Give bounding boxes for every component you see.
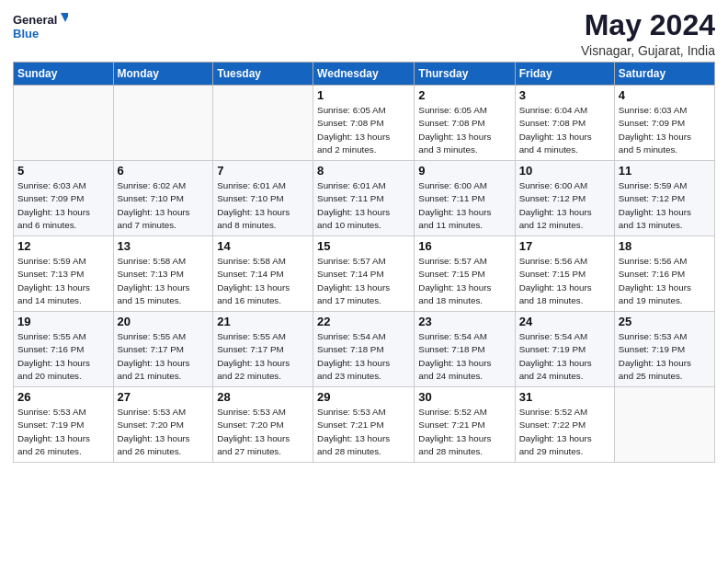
day-number: 30	[418, 390, 510, 404]
day-info: Sunrise: 5:53 AM Sunset: 7:20 PM Dayligh…	[118, 406, 210, 458]
col-saturday: Saturday	[614, 63, 714, 86]
calendar-table: Sunday Monday Tuesday Wednesday Thursday…	[13, 62, 715, 463]
calendar-cell: 15Sunrise: 5:57 AM Sunset: 7:14 PM Dayli…	[313, 236, 415, 312]
day-number: 7	[217, 164, 309, 178]
day-number: 9	[418, 164, 510, 178]
day-number: 3	[519, 88, 610, 102]
day-info: Sunrise: 5:54 AM Sunset: 7:19 PM Dayligh…	[519, 330, 610, 383]
day-info: Sunrise: 6:01 AM Sunset: 7:10 PM Dayligh…	[217, 179, 309, 232]
calendar-cell: 9Sunrise: 6:00 AM Sunset: 7:11 PM Daylig…	[415, 161, 515, 236]
day-info: Sunrise: 6:01 AM Sunset: 7:11 PM Dayligh…	[317, 179, 410, 232]
day-info: Sunrise: 5:55 AM Sunset: 7:17 PM Dayligh…	[217, 330, 309, 383]
calendar-cell: 11Sunrise: 5:59 AM Sunset: 7:12 PM Dayli…	[614, 161, 714, 236]
day-number: 11	[619, 164, 711, 178]
calendar-cell: 6Sunrise: 6:02 AM Sunset: 7:10 PM Daylig…	[113, 161, 213, 236]
calendar-cell: 23Sunrise: 5:54 AM Sunset: 7:18 PM Dayli…	[415, 312, 515, 387]
day-info: Sunrise: 6:03 AM Sunset: 7:09 PM Dayligh…	[619, 104, 711, 156]
calendar-cell	[113, 86, 213, 161]
day-number: 21	[217, 315, 309, 328]
day-number: 13	[118, 239, 210, 253]
day-info: Sunrise: 5:58 AM Sunset: 7:13 PM Dayligh…	[118, 255, 210, 307]
day-number: 15	[317, 239, 410, 253]
day-info: Sunrise: 5:54 AM Sunset: 7:18 PM Dayligh…	[418, 330, 510, 383]
calendar-cell: 2Sunrise: 6:05 AM Sunset: 7:08 PM Daylig…	[415, 86, 515, 161]
day-info: Sunrise: 5:57 AM Sunset: 7:15 PM Dayligh…	[418, 255, 510, 307]
calendar-cell: 14Sunrise: 5:58 AM Sunset: 7:14 PM Dayli…	[213, 236, 313, 312]
col-wednesday: Wednesday	[313, 63, 415, 86]
svg-text:General: General	[13, 13, 57, 27]
calendar-week-3: 12Sunrise: 5:59 AM Sunset: 7:13 PM Dayli…	[14, 236, 715, 312]
day-info: Sunrise: 6:04 AM Sunset: 7:08 PM Dayligh…	[519, 104, 610, 156]
calendar-header-row: Sunday Monday Tuesday Wednesday Thursday…	[14, 63, 715, 86]
calendar-cell: 4Sunrise: 6:03 AM Sunset: 7:09 PM Daylig…	[614, 86, 714, 161]
col-friday: Friday	[515, 63, 614, 86]
day-info: Sunrise: 5:56 AM Sunset: 7:15 PM Dayligh…	[519, 255, 610, 307]
page-subtitle: Visnagar, Gujarat, India	[581, 43, 715, 58]
day-info: Sunrise: 5:52 AM Sunset: 7:21 PM Dayligh…	[418, 406, 510, 458]
calendar-cell: 29Sunrise: 5:53 AM Sunset: 7:21 PM Dayli…	[313, 387, 415, 463]
calendar-cell: 30Sunrise: 5:52 AM Sunset: 7:21 PM Dayli…	[415, 387, 515, 463]
calendar-week-5: 26Sunrise: 5:53 AM Sunset: 7:19 PM Dayli…	[14, 387, 715, 463]
day-number: 4	[619, 88, 711, 102]
day-info: Sunrise: 6:05 AM Sunset: 7:08 PM Dayligh…	[317, 104, 410, 156]
day-number: 6	[118, 164, 210, 178]
calendar-cell: 8Sunrise: 6:01 AM Sunset: 7:11 PM Daylig…	[313, 161, 415, 236]
calendar-cell: 28Sunrise: 5:53 AM Sunset: 7:20 PM Dayli…	[213, 387, 313, 463]
calendar-cell: 12Sunrise: 5:59 AM Sunset: 7:13 PM Dayli…	[14, 236, 114, 312]
calendar-cell: 10Sunrise: 6:00 AM Sunset: 7:12 PM Dayli…	[515, 161, 614, 236]
day-number: 17	[519, 239, 610, 253]
day-number: 5	[17, 164, 109, 178]
calendar-week-4: 19Sunrise: 5:55 AM Sunset: 7:16 PM Dayli…	[14, 312, 715, 387]
day-number: 20	[118, 315, 210, 328]
day-number: 10	[519, 164, 610, 178]
day-info: Sunrise: 5:52 AM Sunset: 7:22 PM Dayligh…	[519, 406, 610, 458]
day-info: Sunrise: 5:54 AM Sunset: 7:18 PM Dayligh…	[317, 330, 410, 383]
calendar-cell: 16Sunrise: 5:57 AM Sunset: 7:15 PM Dayli…	[415, 236, 515, 312]
logo-svg: General Blue	[13, 9, 68, 42]
day-number: 16	[418, 239, 510, 253]
col-sunday: Sunday	[14, 63, 114, 86]
day-info: Sunrise: 6:03 AM Sunset: 7:09 PM Dayligh…	[17, 179, 109, 232]
svg-marker-2	[61, 13, 68, 22]
calendar-cell: 26Sunrise: 5:53 AM Sunset: 7:19 PM Dayli…	[14, 387, 114, 463]
calendar-week-2: 5Sunrise: 6:03 AM Sunset: 7:09 PM Daylig…	[14, 161, 715, 236]
day-info: Sunrise: 6:00 AM Sunset: 7:11 PM Dayligh…	[418, 179, 510, 232]
day-info: Sunrise: 5:57 AM Sunset: 7:14 PM Dayligh…	[317, 255, 410, 307]
calendar-cell	[614, 387, 714, 463]
day-number: 2	[418, 88, 510, 102]
day-info: Sunrise: 5:59 AM Sunset: 7:13 PM Dayligh…	[17, 255, 109, 307]
calendar-cell: 25Sunrise: 5:53 AM Sunset: 7:19 PM Dayli…	[614, 312, 714, 387]
day-number: 22	[317, 315, 410, 328]
col-monday: Monday	[113, 63, 213, 86]
day-number: 25	[619, 315, 711, 328]
calendar-cell: 3Sunrise: 6:04 AM Sunset: 7:08 PM Daylig…	[515, 86, 614, 161]
day-number: 18	[619, 239, 711, 253]
calendar-cell: 13Sunrise: 5:58 AM Sunset: 7:13 PM Dayli…	[113, 236, 213, 312]
calendar-cell: 18Sunrise: 5:56 AM Sunset: 7:16 PM Dayli…	[614, 236, 714, 312]
day-info: Sunrise: 5:53 AM Sunset: 7:20 PM Dayligh…	[217, 406, 309, 458]
calendar-cell: 19Sunrise: 5:55 AM Sunset: 7:16 PM Dayli…	[14, 312, 114, 387]
logo: General Blue	[13, 9, 68, 42]
day-info: Sunrise: 5:53 AM Sunset: 7:19 PM Dayligh…	[17, 406, 109, 458]
calendar-cell: 24Sunrise: 5:54 AM Sunset: 7:19 PM Dayli…	[515, 312, 614, 387]
calendar-cell: 27Sunrise: 5:53 AM Sunset: 7:20 PM Dayli…	[113, 387, 213, 463]
day-number: 1	[317, 88, 410, 102]
day-number: 14	[217, 239, 309, 253]
day-number: 12	[17, 239, 109, 253]
calendar-week-1: 1Sunrise: 6:05 AM Sunset: 7:08 PM Daylig…	[14, 86, 715, 161]
calendar-cell: 17Sunrise: 5:56 AM Sunset: 7:15 PM Dayli…	[515, 236, 614, 312]
day-info: Sunrise: 5:59 AM Sunset: 7:12 PM Dayligh…	[619, 179, 711, 232]
day-number: 26	[17, 390, 109, 404]
calendar-cell	[213, 86, 313, 161]
calendar-cell	[14, 86, 114, 161]
day-info: Sunrise: 5:56 AM Sunset: 7:16 PM Dayligh…	[619, 255, 711, 307]
day-number: 29	[317, 390, 410, 404]
day-info: Sunrise: 5:58 AM Sunset: 7:14 PM Dayligh…	[217, 255, 309, 307]
title-block: May 2024 Visnagar, Gujarat, India	[581, 9, 715, 58]
day-number: 31	[519, 390, 610, 404]
day-number: 23	[418, 315, 510, 328]
page-header: General Blue May 2024 Visnagar, Gujarat,…	[13, 9, 715, 58]
calendar-cell: 7Sunrise: 6:01 AM Sunset: 7:10 PM Daylig…	[213, 161, 313, 236]
day-info: Sunrise: 5:53 AM Sunset: 7:21 PM Dayligh…	[317, 406, 410, 458]
calendar-cell: 22Sunrise: 5:54 AM Sunset: 7:18 PM Dayli…	[313, 312, 415, 387]
